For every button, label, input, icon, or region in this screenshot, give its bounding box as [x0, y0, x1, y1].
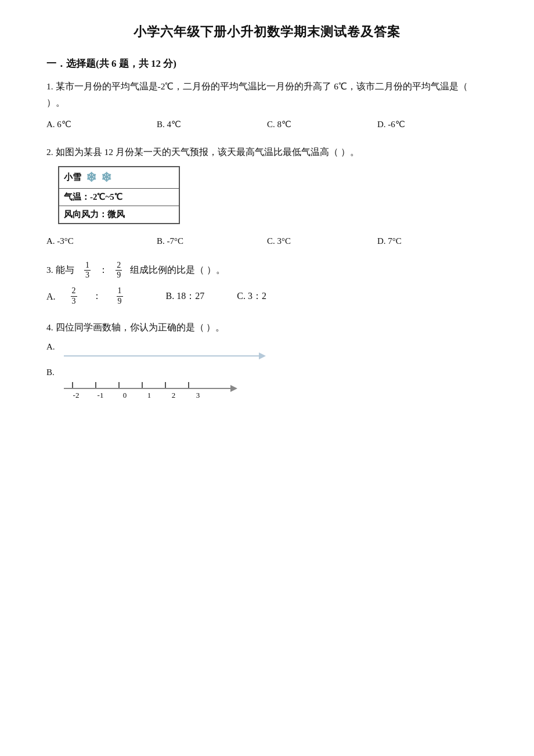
q3-optA-label: A.	[46, 291, 56, 302]
q1-option-a: A. 6℃	[46, 117, 157, 132]
q3-frac1-den: 3	[84, 271, 91, 280]
q3-text: 3. 能与 1 3 ： 2 9 组成比例的比是（ ）。	[46, 261, 488, 281]
q4-line-b	[64, 388, 232, 389]
q4-numberline-b: -2 -1 0 1 2 3	[64, 382, 488, 400]
q1-option-d: D. -6℃	[377, 117, 488, 132]
q2-options: A. -3°C B. -7°C C. 3°C D. 7°C	[46, 233, 488, 249]
q4-option-b-block: B. -2 -1 0 1 2	[46, 367, 488, 400]
q3-option-c: C. 3：2	[237, 290, 266, 303]
q4-line-a	[64, 355, 261, 357]
q3-optA-colon: ：	[92, 290, 102, 303]
q3-optA-frac1-den: 3	[71, 297, 77, 307]
q3-optA-frac1: 2 3	[71, 286, 77, 307]
q4-tick-lines	[72, 382, 488, 388]
question-4: 4. 四位同学画数轴，你认为正确的是（ ）。 A. B.	[46, 319, 488, 400]
q3-text-part1: 3. 能与	[46, 265, 74, 275]
q4-text: 4. 四位同学画数轴，你认为正确的是（ ）。	[46, 319, 488, 336]
q3-optA-frac2-den: 9	[117, 297, 123, 307]
q4-label-0: 0	[113, 391, 137, 400]
q2-text: 2. 如图为某县 12 月份某一天的天气预报，该天最高气温比最低气温高（ ）。	[46, 144, 488, 160]
q4-option-a-block: A.	[46, 341, 488, 357]
q4-arrow	[230, 385, 237, 392]
q3-option-a: A. 2 3 ： 1 9 B. 18：27 C. 3：2	[46, 286, 488, 307]
weather-temp-row: 气温：-2℃~5℃	[59, 189, 179, 206]
q4-tick-1	[72, 382, 73, 388]
question-2: 2. 如图为某县 12 月份某一天的天气预报，该天最高气温比最低气温高（ ）。 …	[46, 144, 488, 249]
q4-tick-6	[188, 382, 189, 388]
q4-label-1: 1	[137, 391, 161, 400]
q3-optA-frac1-num: 2	[71, 286, 77, 297]
snowflake-icon-2: ❄	[101, 170, 111, 185]
q3-optA-frac2: 1 9	[117, 286, 123, 307]
question-1: 1. 某市一月份的平均气温是-2℃，二月份的平均气温比一月份的升高了 6℃，该市…	[46, 78, 488, 132]
q4-numberline-a	[64, 355, 488, 357]
q4-label-3: 3	[186, 391, 210, 400]
weather-type-row: 小雪 ❄ ❄	[59, 167, 179, 189]
q1-option-b: B. 4℃	[157, 117, 267, 132]
q3-optA-frac2-num: 1	[117, 286, 123, 297]
q4-tick-4	[142, 382, 143, 388]
q2-option-b: B. -7°C	[157, 233, 267, 249]
q1-options: A. 6℃ B. 4℃ C. 8℃ D. -6℃	[46, 117, 488, 132]
q2-option-c: C. 3°C	[267, 233, 377, 249]
q4-label-2: 2	[161, 391, 186, 400]
q3-fraction1: 1 3	[84, 261, 91, 281]
q2-option-a: A. -3°C	[46, 233, 157, 249]
q4-line-b-row	[64, 388, 488, 389]
weather-box: 小雪 ❄ ❄ 气温：-2℃~5℃ 风向风力：微风	[58, 166, 180, 224]
weather-wind-row: 风向风力：微风	[59, 206, 179, 223]
page-title: 小学六年级下册小升初数学期末测试卷及答案	[46, 23, 488, 41]
q4-tick-3	[118, 382, 120, 388]
q2-option-d: D. 7°C	[377, 233, 488, 249]
q3-fraction2: 2 9	[116, 261, 122, 281]
q4-tick-5	[165, 382, 166, 388]
q4-tick-labels: -2 -1 0 1 2 3	[64, 391, 488, 400]
q4-optB-label: B.	[46, 368, 55, 377]
q3-option-b: B. 18：27	[166, 290, 205, 303]
snowflake-icon-1: ❄	[86, 170, 96, 185]
q1-text: 1. 某市一月份的平均气温是-2℃，二月份的平均气温比一月份的升高了 6℃，该市…	[46, 78, 488, 111]
q3-options: A. 2 3 ： 1 9 B. 18：27 C. 3：2	[46, 286, 488, 307]
q4-label--2: -2	[64, 391, 88, 400]
weather-type-label: 小雪	[64, 172, 81, 183]
section1-title: 一．选择题(共 6 题，共 12 分)	[46, 57, 488, 70]
q3-frac2-num: 2	[116, 261, 122, 271]
weather-temp-label: 气温：-2℃~5℃	[64, 192, 122, 203]
q3-frac1-num: 1	[84, 261, 91, 271]
q3-text-part2: 组成比例的比是（ ）。	[130, 265, 225, 275]
q3-frac2-den: 9	[116, 271, 122, 280]
q3-colon1: ：	[99, 265, 108, 275]
weather-wind-label: 风向风力：微风	[64, 209, 125, 220]
q4-optA-label: A.	[46, 342, 55, 351]
q4-label--1: -1	[88, 391, 113, 400]
q1-option-c: C. 8℃	[267, 117, 377, 132]
question-3: 3. 能与 1 3 ： 2 9 组成比例的比是（ ）。 A. 2 3 ： 1 9	[46, 261, 488, 307]
q4-tick-2	[95, 382, 96, 388]
